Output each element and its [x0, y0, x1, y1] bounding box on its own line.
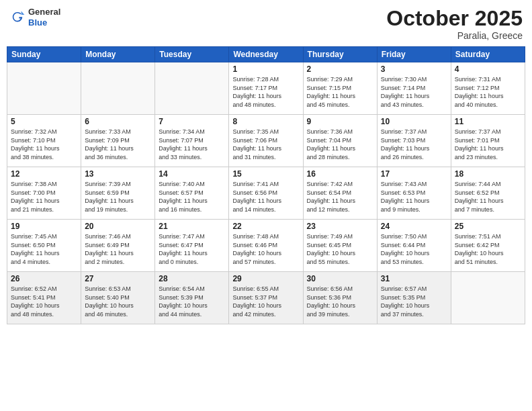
day-info: Sunrise: 6:56 AM Sunset: 5:36 PM Dayligh…	[307, 285, 373, 318]
day-number: 10	[381, 117, 447, 126]
logo-text: General Blue	[28, 7, 60, 28]
day-info: Sunrise: 7:34 AM Sunset: 7:07 PM Dayligh…	[159, 128, 225, 161]
day-number: 22	[232, 222, 299, 231]
day-number: 11	[455, 117, 521, 126]
day-info: Sunrise: 6:52 AM Sunset: 5:41 PM Dayligh…	[11, 285, 77, 318]
day-number: 18	[455, 169, 521, 179]
month-title: October 2025	[386, 7, 523, 30]
logo-blue: Blue	[28, 17, 60, 28]
day-number: 8	[232, 117, 299, 126]
calendar-cell: 5Sunrise: 7:32 AM Sunset: 7:10 PM Daylig…	[7, 115, 81, 167]
calendar-cell: 30Sunrise: 6:56 AM Sunset: 5:36 PM Dayli…	[303, 272, 377, 324]
day-number: 2	[307, 64, 373, 74]
day-number: 9	[307, 117, 373, 126]
day-number: 26	[11, 274, 77, 283]
calendar-cell: 7Sunrise: 7:34 AM Sunset: 7:07 PM Daylig…	[155, 115, 229, 167]
day-number: 29	[232, 274, 299, 283]
calendar-cell: 20Sunrise: 7:46 AM Sunset: 6:49 PM Dayli…	[81, 220, 155, 272]
logo-icon	[9, 9, 26, 26]
day-info: Sunrise: 7:41 AM Sunset: 6:56 PM Dayligh…	[232, 180, 299, 214]
day-info: Sunrise: 7:29 AM Sunset: 7:15 PM Dayligh…	[307, 75, 373, 109]
calendar-cell: 28Sunrise: 6:54 AM Sunset: 5:39 PM Dayli…	[155, 272, 229, 324]
day-number: 23	[307, 222, 373, 231]
day-info: Sunrise: 7:35 AM Sunset: 7:06 PM Dayligh…	[232, 128, 299, 161]
calendar-cell: 13Sunrise: 7:39 AM Sunset: 6:59 PM Dayli…	[81, 167, 155, 220]
calendar-header-row: SundayMondayTuesdayWednesdayThursdayFrid…	[7, 47, 525, 62]
day-number: 28	[159, 274, 225, 283]
calendar-cell: 17Sunrise: 7:43 AM Sunset: 6:53 PM Dayli…	[377, 167, 451, 220]
calendar-week-3: 19Sunrise: 7:45 AM Sunset: 6:50 PM Dayli…	[7, 220, 525, 272]
calendar-cell: 31Sunrise: 6:57 AM Sunset: 5:35 PM Dayli…	[377, 272, 451, 324]
day-info: Sunrise: 6:54 AM Sunset: 5:39 PM Dayligh…	[159, 285, 225, 318]
day-number: 3	[381, 64, 447, 74]
day-number: 6	[85, 117, 151, 126]
logo-general: General	[28, 7, 60, 17]
calendar-cell: 4Sunrise: 7:31 AM Sunset: 7:12 PM Daylig…	[451, 62, 525, 115]
day-header-tuesday: Tuesday	[155, 47, 229, 62]
day-info: Sunrise: 7:33 AM Sunset: 7:09 PM Dayligh…	[85, 128, 151, 161]
calendar-cell: 25Sunrise: 7:51 AM Sunset: 6:42 PM Dayli…	[451, 220, 525, 272]
day-info: Sunrise: 7:47 AM Sunset: 6:47 PM Dayligh…	[159, 232, 225, 266]
title-block: October 2025 Paralia, Greece	[386, 7, 523, 41]
day-info: Sunrise: 7:37 AM Sunset: 7:01 PM Dayligh…	[455, 128, 521, 161]
day-info: Sunrise: 7:48 AM Sunset: 6:46 PM Dayligh…	[232, 232, 299, 266]
day-number: 14	[159, 169, 225, 179]
day-number: 30	[307, 274, 373, 283]
day-info: Sunrise: 7:42 AM Sunset: 6:54 PM Dayligh…	[307, 180, 373, 214]
day-number: 31	[381, 274, 447, 283]
calendar-cell: 24Sunrise: 7:50 AM Sunset: 6:44 PM Dayli…	[377, 220, 451, 272]
calendar-cell: 3Sunrise: 7:30 AM Sunset: 7:14 PM Daylig…	[377, 62, 451, 115]
calendar-cell	[451, 272, 525, 324]
calendar-cell: 18Sunrise: 7:44 AM Sunset: 6:52 PM Dayli…	[451, 167, 525, 220]
day-number: 7	[159, 117, 225, 126]
calendar-cell: 12Sunrise: 7:38 AM Sunset: 7:00 PM Dayli…	[7, 167, 81, 220]
day-info: Sunrise: 7:30 AM Sunset: 7:14 PM Dayligh…	[381, 75, 447, 109]
calendar-cell: 6Sunrise: 7:33 AM Sunset: 7:09 PM Daylig…	[81, 115, 155, 167]
calendar-cell: 26Sunrise: 6:52 AM Sunset: 5:41 PM Dayli…	[7, 272, 81, 324]
day-number: 20	[85, 222, 151, 231]
day-header-monday: Monday	[81, 47, 155, 62]
day-number: 25	[455, 222, 521, 231]
day-info: Sunrise: 7:49 AM Sunset: 6:45 PM Dayligh…	[307, 232, 373, 266]
calendar-cell: 19Sunrise: 7:45 AM Sunset: 6:50 PM Dayli…	[7, 220, 81, 272]
day-header-saturday: Saturday	[451, 47, 525, 62]
location-subtitle: Paralia, Greece	[386, 30, 523, 41]
day-number: 5	[11, 117, 77, 126]
day-info: Sunrise: 7:45 AM Sunset: 6:50 PM Dayligh…	[11, 232, 77, 266]
day-header-thursday: Thursday	[303, 47, 377, 62]
day-number: 19	[11, 222, 77, 231]
day-number: 17	[381, 169, 447, 179]
day-info: Sunrise: 7:36 AM Sunset: 7:04 PM Dayligh…	[307, 128, 373, 161]
day-info: Sunrise: 7:39 AM Sunset: 6:59 PM Dayligh…	[85, 180, 151, 214]
calendar-cell: 16Sunrise: 7:42 AM Sunset: 6:54 PM Dayli…	[303, 167, 377, 220]
day-info: Sunrise: 7:43 AM Sunset: 6:53 PM Dayligh…	[381, 180, 447, 214]
calendar-cell: 11Sunrise: 7:37 AM Sunset: 7:01 PM Dayli…	[451, 115, 525, 167]
calendar-week-0: 1Sunrise: 7:28 AM Sunset: 7:17 PM Daylig…	[7, 62, 525, 115]
day-number: 27	[85, 274, 151, 283]
calendar-week-4: 26Sunrise: 6:52 AM Sunset: 5:41 PM Dayli…	[7, 272, 525, 324]
calendar-cell	[155, 62, 229, 115]
calendar-cell: 14Sunrise: 7:40 AM Sunset: 6:57 PM Dayli…	[155, 167, 229, 220]
calendar-cell: 15Sunrise: 7:41 AM Sunset: 6:56 PM Dayli…	[229, 167, 303, 220]
day-info: Sunrise: 7:44 AM Sunset: 6:52 PM Dayligh…	[455, 180, 521, 214]
day-header-sunday: Sunday	[7, 47, 81, 62]
day-info: Sunrise: 7:31 AM Sunset: 7:12 PM Dayligh…	[455, 75, 521, 109]
day-number: 24	[381, 222, 447, 231]
calendar-cell	[7, 62, 81, 115]
logo: General Blue	[9, 7, 60, 28]
day-info: Sunrise: 7:46 AM Sunset: 6:49 PM Dayligh…	[85, 232, 151, 266]
calendar-table: SundayMondayTuesdayWednesdayThursdayFrid…	[7, 46, 525, 324]
calendar-cell: 8Sunrise: 7:35 AM Sunset: 7:06 PM Daylig…	[229, 115, 303, 167]
day-number: 16	[307, 169, 373, 179]
day-info: Sunrise: 7:28 AM Sunset: 7:17 PM Dayligh…	[232, 75, 299, 109]
day-info: Sunrise: 7:51 AM Sunset: 6:42 PM Dayligh…	[455, 232, 521, 266]
day-info: Sunrise: 7:40 AM Sunset: 6:57 PM Dayligh…	[159, 180, 225, 214]
calendar-cell: 10Sunrise: 7:37 AM Sunset: 7:03 PM Dayli…	[377, 115, 451, 167]
calendar-cell: 21Sunrise: 7:47 AM Sunset: 6:47 PM Dayli…	[155, 220, 229, 272]
day-info: Sunrise: 7:38 AM Sunset: 7:00 PM Dayligh…	[11, 180, 77, 214]
calendar-cell: 2Sunrise: 7:29 AM Sunset: 7:15 PM Daylig…	[303, 62, 377, 115]
calendar-cell: 22Sunrise: 7:48 AM Sunset: 6:46 PM Dayli…	[229, 220, 303, 272]
day-number: 21	[159, 222, 225, 231]
day-header-wednesday: Wednesday	[229, 47, 303, 62]
day-number: 15	[232, 169, 299, 179]
